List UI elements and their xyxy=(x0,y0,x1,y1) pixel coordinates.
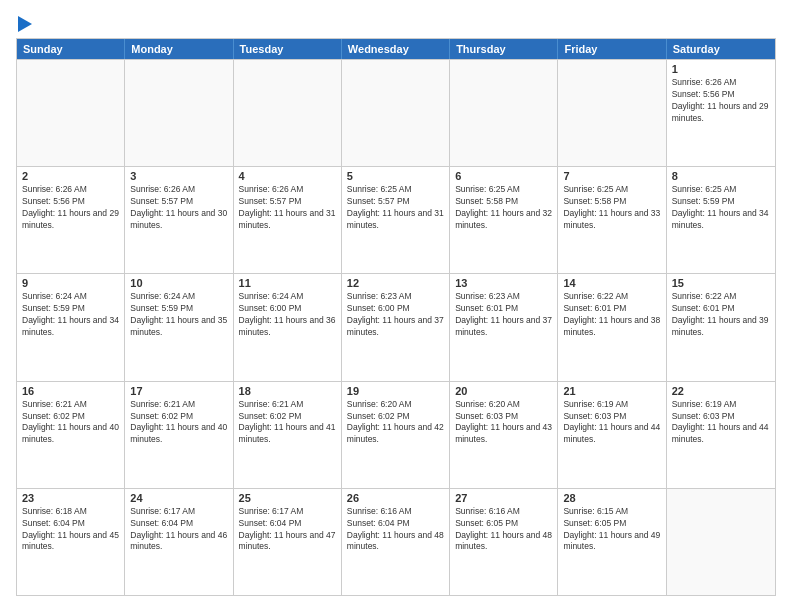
calendar-cell: 11Sunrise: 6:24 AM Sunset: 6:00 PM Dayli… xyxy=(234,274,342,380)
calendar-cell xyxy=(450,60,558,166)
day-number: 8 xyxy=(672,170,770,182)
logo xyxy=(16,16,32,30)
calendar-cell: 26Sunrise: 6:16 AM Sunset: 6:04 PM Dayli… xyxy=(342,489,450,595)
calendar-cell: 24Sunrise: 6:17 AM Sunset: 6:04 PM Dayli… xyxy=(125,489,233,595)
cell-info: Sunrise: 6:25 AM Sunset: 5:59 PM Dayligh… xyxy=(672,184,770,232)
cell-info: Sunrise: 6:20 AM Sunset: 6:02 PM Dayligh… xyxy=(347,399,444,447)
calendar-cell: 14Sunrise: 6:22 AM Sunset: 6:01 PM Dayli… xyxy=(558,274,666,380)
day-number: 18 xyxy=(239,385,336,397)
day-number: 28 xyxy=(563,492,660,504)
calendar-cell: 1Sunrise: 6:26 AM Sunset: 5:56 PM Daylig… xyxy=(667,60,775,166)
header-day-wednesday: Wednesday xyxy=(342,39,450,59)
calendar-cell: 4Sunrise: 6:26 AM Sunset: 5:57 PM Daylig… xyxy=(234,167,342,273)
calendar-cell: 23Sunrise: 6:18 AM Sunset: 6:04 PM Dayli… xyxy=(17,489,125,595)
cell-info: Sunrise: 6:22 AM Sunset: 6:01 PM Dayligh… xyxy=(563,291,660,339)
day-number: 1 xyxy=(672,63,770,75)
calendar-cell: 7Sunrise: 6:25 AM Sunset: 5:58 PM Daylig… xyxy=(558,167,666,273)
cell-info: Sunrise: 6:25 AM Sunset: 5:58 PM Dayligh… xyxy=(455,184,552,232)
calendar-cell: 3Sunrise: 6:26 AM Sunset: 5:57 PM Daylig… xyxy=(125,167,233,273)
header-day-sunday: Sunday xyxy=(17,39,125,59)
day-number: 3 xyxy=(130,170,227,182)
day-number: 20 xyxy=(455,385,552,397)
calendar-cell: 15Sunrise: 6:22 AM Sunset: 6:01 PM Dayli… xyxy=(667,274,775,380)
calendar-cell: 12Sunrise: 6:23 AM Sunset: 6:00 PM Dayli… xyxy=(342,274,450,380)
day-number: 9 xyxy=(22,277,119,289)
calendar-cell: 10Sunrise: 6:24 AM Sunset: 5:59 PM Dayli… xyxy=(125,274,233,380)
day-number: 6 xyxy=(455,170,552,182)
calendar-cell: 17Sunrise: 6:21 AM Sunset: 6:02 PM Dayli… xyxy=(125,382,233,488)
day-number: 12 xyxy=(347,277,444,289)
cell-info: Sunrise: 6:18 AM Sunset: 6:04 PM Dayligh… xyxy=(22,506,119,554)
cell-info: Sunrise: 6:16 AM Sunset: 6:04 PM Dayligh… xyxy=(347,506,444,554)
calendar-header: SundayMondayTuesdayWednesdayThursdayFrid… xyxy=(17,39,775,59)
cell-info: Sunrise: 6:26 AM Sunset: 5:56 PM Dayligh… xyxy=(672,77,770,125)
calendar-cell: 2Sunrise: 6:26 AM Sunset: 5:56 PM Daylig… xyxy=(17,167,125,273)
calendar-row-1: 2Sunrise: 6:26 AM Sunset: 5:56 PM Daylig… xyxy=(17,166,775,273)
calendar-cell xyxy=(342,60,450,166)
calendar-cell: 13Sunrise: 6:23 AM Sunset: 6:01 PM Dayli… xyxy=(450,274,558,380)
day-number: 22 xyxy=(672,385,770,397)
calendar-cell: 9Sunrise: 6:24 AM Sunset: 5:59 PM Daylig… xyxy=(17,274,125,380)
cell-info: Sunrise: 6:16 AM Sunset: 6:05 PM Dayligh… xyxy=(455,506,552,554)
cell-info: Sunrise: 6:24 AM Sunset: 6:00 PM Dayligh… xyxy=(239,291,336,339)
cell-info: Sunrise: 6:19 AM Sunset: 6:03 PM Dayligh… xyxy=(563,399,660,447)
calendar-cell xyxy=(558,60,666,166)
cell-info: Sunrise: 6:22 AM Sunset: 6:01 PM Dayligh… xyxy=(672,291,770,339)
day-number: 27 xyxy=(455,492,552,504)
calendar-row-3: 16Sunrise: 6:21 AM Sunset: 6:02 PM Dayli… xyxy=(17,381,775,488)
header-day-saturday: Saturday xyxy=(667,39,775,59)
calendar-cell xyxy=(234,60,342,166)
day-number: 7 xyxy=(563,170,660,182)
header-day-thursday: Thursday xyxy=(450,39,558,59)
day-number: 13 xyxy=(455,277,552,289)
header-day-tuesday: Tuesday xyxy=(234,39,342,59)
header xyxy=(16,16,776,30)
cell-info: Sunrise: 6:23 AM Sunset: 6:01 PM Dayligh… xyxy=(455,291,552,339)
day-number: 4 xyxy=(239,170,336,182)
calendar-row-4: 23Sunrise: 6:18 AM Sunset: 6:04 PM Dayli… xyxy=(17,488,775,595)
day-number: 25 xyxy=(239,492,336,504)
cell-info: Sunrise: 6:21 AM Sunset: 6:02 PM Dayligh… xyxy=(22,399,119,447)
day-number: 11 xyxy=(239,277,336,289)
calendar-cell: 21Sunrise: 6:19 AM Sunset: 6:03 PM Dayli… xyxy=(558,382,666,488)
calendar-body: 1Sunrise: 6:26 AM Sunset: 5:56 PM Daylig… xyxy=(17,59,775,595)
cell-info: Sunrise: 6:17 AM Sunset: 6:04 PM Dayligh… xyxy=(239,506,336,554)
day-number: 14 xyxy=(563,277,660,289)
header-day-friday: Friday xyxy=(558,39,666,59)
day-number: 23 xyxy=(22,492,119,504)
calendar-row-0: 1Sunrise: 6:26 AM Sunset: 5:56 PM Daylig… xyxy=(17,59,775,166)
calendar-cell: 8Sunrise: 6:25 AM Sunset: 5:59 PM Daylig… xyxy=(667,167,775,273)
day-number: 19 xyxy=(347,385,444,397)
day-number: 24 xyxy=(130,492,227,504)
cell-info: Sunrise: 6:23 AM Sunset: 6:00 PM Dayligh… xyxy=(347,291,444,339)
cell-info: Sunrise: 6:19 AM Sunset: 6:03 PM Dayligh… xyxy=(672,399,770,447)
calendar-cell: 6Sunrise: 6:25 AM Sunset: 5:58 PM Daylig… xyxy=(450,167,558,273)
cell-info: Sunrise: 6:21 AM Sunset: 6:02 PM Dayligh… xyxy=(130,399,227,447)
day-number: 21 xyxy=(563,385,660,397)
cell-info: Sunrise: 6:21 AM Sunset: 6:02 PM Dayligh… xyxy=(239,399,336,447)
calendar-cell xyxy=(17,60,125,166)
day-number: 2 xyxy=(22,170,119,182)
calendar-cell: 19Sunrise: 6:20 AM Sunset: 6:02 PM Dayli… xyxy=(342,382,450,488)
logo-arrow-icon xyxy=(18,16,32,32)
calendar: SundayMondayTuesdayWednesdayThursdayFrid… xyxy=(16,38,776,596)
calendar-cell: 18Sunrise: 6:21 AM Sunset: 6:02 PM Dayli… xyxy=(234,382,342,488)
day-number: 17 xyxy=(130,385,227,397)
header-day-monday: Monday xyxy=(125,39,233,59)
calendar-row-2: 9Sunrise: 6:24 AM Sunset: 5:59 PM Daylig… xyxy=(17,273,775,380)
cell-info: Sunrise: 6:26 AM Sunset: 5:56 PM Dayligh… xyxy=(22,184,119,232)
calendar-cell: 22Sunrise: 6:19 AM Sunset: 6:03 PM Dayli… xyxy=(667,382,775,488)
calendar-cell: 16Sunrise: 6:21 AM Sunset: 6:02 PM Dayli… xyxy=(17,382,125,488)
day-number: 16 xyxy=(22,385,119,397)
logo-text xyxy=(16,16,32,32)
day-number: 10 xyxy=(130,277,227,289)
cell-info: Sunrise: 6:26 AM Sunset: 5:57 PM Dayligh… xyxy=(130,184,227,232)
cell-info: Sunrise: 6:25 AM Sunset: 5:58 PM Dayligh… xyxy=(563,184,660,232)
day-number: 5 xyxy=(347,170,444,182)
calendar-cell: 25Sunrise: 6:17 AM Sunset: 6:04 PM Dayli… xyxy=(234,489,342,595)
cell-info: Sunrise: 6:25 AM Sunset: 5:57 PM Dayligh… xyxy=(347,184,444,232)
cell-info: Sunrise: 6:24 AM Sunset: 5:59 PM Dayligh… xyxy=(130,291,227,339)
calendar-cell xyxy=(125,60,233,166)
calendar-cell: 27Sunrise: 6:16 AM Sunset: 6:05 PM Dayli… xyxy=(450,489,558,595)
calendar-cell: 5Sunrise: 6:25 AM Sunset: 5:57 PM Daylig… xyxy=(342,167,450,273)
